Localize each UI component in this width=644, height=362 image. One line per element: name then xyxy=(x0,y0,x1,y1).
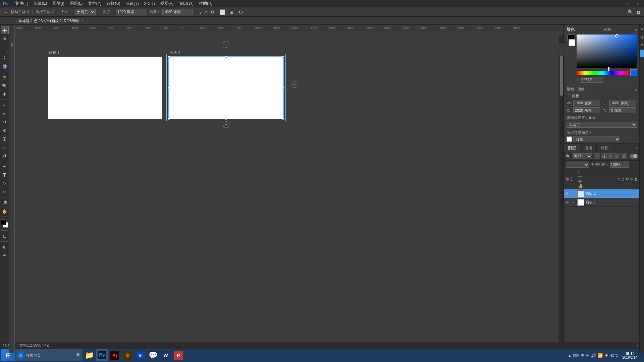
filter-adjust-icon[interactable]: ◑ xyxy=(601,153,607,159)
opacity-input[interactable] xyxy=(610,162,629,168)
systray-cpu[interactable]: 中 xyxy=(581,353,584,358)
blur-tool-btn[interactable]: ◌ xyxy=(1,143,9,151)
more-tools-btn[interactable]: ••• xyxy=(1,251,9,259)
ie2-btn[interactable]: e xyxy=(134,349,146,361)
ppt-btn[interactable]: P xyxy=(172,349,184,361)
systray-network[interactable]: 📶 xyxy=(597,353,603,358)
layer-expand-2[interactable]: ▾ xyxy=(572,192,576,195)
menu-filter[interactable]: 滤镜(T) xyxy=(123,0,141,7)
wechat-btn[interactable]: 💬 xyxy=(147,349,159,361)
color-swatches[interactable] xyxy=(1,220,8,228)
path-select-btn[interactable]: ▷ xyxy=(1,179,9,187)
hex-input[interactable] xyxy=(580,77,603,83)
maximize-button[interactable]: □ xyxy=(623,0,633,7)
panel-icon-active[interactable]: ● xyxy=(640,50,644,57)
dodge-tool-btn[interactable]: ◑ xyxy=(1,152,9,160)
x-input[interactable] xyxy=(573,107,600,113)
handle-mr[interactable] xyxy=(282,87,284,89)
systray-lang[interactable]: 英 xyxy=(586,353,589,358)
artboard-tool-btn[interactable]: ⊞ xyxy=(1,35,9,43)
screen-mode-btn[interactable]: ⊞ xyxy=(1,243,9,251)
transform-icon[interactable]: ↙↗ xyxy=(200,8,207,16)
settings-icon[interactable]: ⚙ xyxy=(237,8,245,16)
canvas-area[interactable]: 画板 1 画板 2 + xyxy=(15,30,564,353)
word-btn[interactable]: W xyxy=(160,349,172,361)
artboard-1[interactable] xyxy=(48,57,162,119)
lock-image-btn[interactable]: ✏ xyxy=(578,174,583,179)
preset-select[interactable]: 大网页 小网页 iPad xyxy=(567,122,637,128)
w-input[interactable] xyxy=(573,100,600,106)
width-input[interactable] xyxy=(116,9,146,15)
artboard-tool-label[interactable]: 画板工具 xyxy=(36,9,50,14)
frame-icon[interactable]: ⬜ xyxy=(218,8,226,16)
layer-link-btn[interactable]: ⛓ xyxy=(626,177,629,181)
layer-expand-1[interactable]: ▸ xyxy=(572,200,576,204)
panel-toggle-icon[interactable]: ▦ xyxy=(635,8,642,16)
menu-edit[interactable]: 编辑(E) xyxy=(31,0,50,7)
close-button[interactable]: × xyxy=(633,0,643,7)
filter-type-icon[interactable]: T xyxy=(607,153,613,159)
systray-sound[interactable]: 🔊 xyxy=(591,353,596,358)
active-tab[interactable]: 未标题-1 @ 23.4% (画板 2, RGB/8#)* × xyxy=(15,17,87,24)
lock-transparent-btn[interactable]: ⊡ xyxy=(578,170,583,174)
menu-image[interactable]: 图像(I) xyxy=(50,0,67,7)
systray-keyboard[interactable]: ⌨ xyxy=(573,353,579,358)
file-explorer-btn[interactable]: 📁 xyxy=(83,349,95,361)
handle-ml[interactable] xyxy=(168,87,170,89)
minimize-button[interactable]: ─ xyxy=(612,0,623,7)
filter-smart-icon[interactable]: ⊕ xyxy=(621,153,627,159)
grid-icon[interactable]: ⊞ xyxy=(228,8,235,16)
menu-help[interactable]: 帮助(H) xyxy=(196,0,215,7)
layers-tab-layers[interactable]: 图层 xyxy=(564,144,580,152)
nav-prev[interactable]: ‹ xyxy=(637,344,638,348)
current-color-swatch[interactable] xyxy=(630,69,637,76)
gradient-tool-btn[interactable]: ◫ xyxy=(1,135,9,143)
y-input[interactable] xyxy=(609,107,636,113)
lock-all-btn[interactable]: 🔒 xyxy=(578,184,583,188)
layer-fx-btn[interactable]: fx xyxy=(618,177,620,181)
selection-tool-btn[interactable]: ⬚ ▾ xyxy=(1,46,9,54)
menu-window[interactable]: 窗口(W) xyxy=(176,0,196,7)
layer-mask-btn[interactable]: ◻ xyxy=(622,177,624,181)
filter-shape-icon[interactable]: □ xyxy=(614,153,620,159)
wand-tool-btn[interactable]: 🔮 xyxy=(1,62,9,70)
hue-slider[interactable] xyxy=(577,71,629,75)
layer-copy-btn[interactable]: ⊕ xyxy=(630,177,633,181)
systray-battery[interactable]: ⚡ xyxy=(604,353,609,358)
color-panel-menu[interactable]: ≡ xyxy=(635,28,637,32)
eraser-tool-btn[interactable]: ⊘ xyxy=(1,126,9,134)
system-clock[interactable]: 15:14 2019/2/14 xyxy=(621,352,640,359)
history-tool-btn[interactable]: ↺ xyxy=(1,118,9,126)
brush-tool-btn[interactable]: ✏ xyxy=(1,101,9,109)
illustrator-btn[interactable]: Ai xyxy=(109,349,121,361)
filter-toggle[interactable] xyxy=(630,154,638,159)
filter-pixel-icon[interactable]: ⬚ xyxy=(594,153,600,159)
layer-item-artboard1[interactable]: 👁 ▸ 画板 1 xyxy=(564,198,640,207)
shape-tool-btn[interactable]: □ xyxy=(1,188,9,196)
layers-tab-paths[interactable]: 路径 xyxy=(597,144,613,152)
menu-layer[interactable]: 图层(L) xyxy=(67,0,86,7)
layer-del-btn[interactable]: 🗑 xyxy=(634,177,638,181)
color-gradient-box[interactable] xyxy=(577,35,637,68)
menu-text[interactable]: 文字(Y) xyxy=(85,0,104,7)
size-select[interactable]: 大网页 小网页 iPad iPhone xyxy=(74,9,96,15)
lock-position-btn[interactable]: ✤ xyxy=(578,179,583,184)
layers-panel-menu[interactable]: ≡ xyxy=(633,144,640,152)
zoom-tool-btn[interactable]: 🔎 xyxy=(1,199,9,207)
hand-tool-btn[interactable]: ✋ xyxy=(1,207,9,215)
handle-tl[interactable] xyxy=(168,56,170,58)
handle-tr[interactable] xyxy=(282,56,284,58)
panel-icon-style[interactable]: ⚙ xyxy=(640,42,644,49)
handle-tm[interactable] xyxy=(225,56,227,58)
handle-br[interactable] xyxy=(282,118,284,120)
props-subtitle[interactable]: 调整 xyxy=(577,87,585,92)
add-artboard-bottom-button[interactable]: + xyxy=(223,121,229,128)
props-menu[interactable]: ≡ xyxy=(635,87,637,92)
vertical-scrollbar[interactable] xyxy=(559,36,564,348)
photoshop-btn[interactable]: Ps xyxy=(96,349,108,361)
panel-icon-adjust[interactable]: ◨ xyxy=(640,34,644,41)
artboard-2[interactable] xyxy=(169,57,283,119)
height-input[interactable] xyxy=(162,9,193,15)
type-tool-btn[interactable]: T xyxy=(1,171,9,179)
warp-icon[interactable]: ↺ xyxy=(209,8,216,16)
